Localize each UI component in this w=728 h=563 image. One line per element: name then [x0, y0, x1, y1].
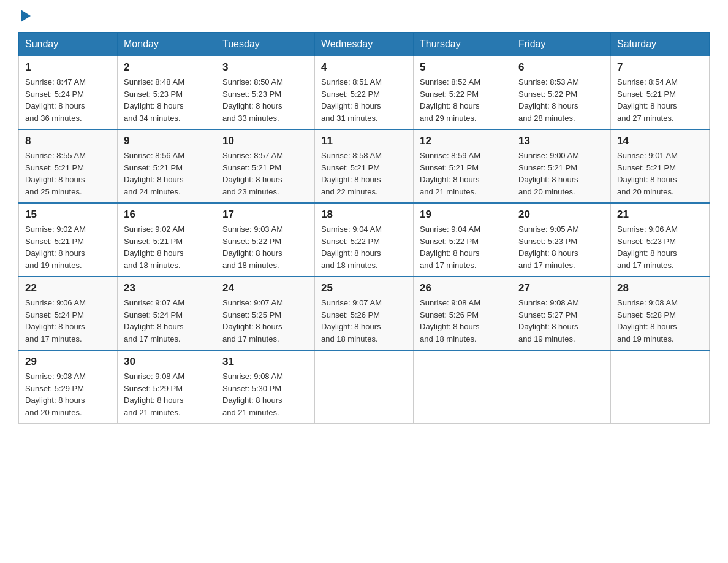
calendar-week-row: 1Sunrise: 8:47 AMSunset: 5:24 PMDaylight… [19, 56, 710, 130]
day-info: Sunrise: 9:02 AMSunset: 5:21 PMDaylight:… [124, 223, 210, 271]
day-number: 5 [420, 61, 506, 74]
calendar-day-cell: 13Sunrise: 9:00 AMSunset: 5:21 PMDayligh… [512, 129, 611, 203]
day-number: 9 [124, 135, 210, 147]
day-info: Sunrise: 9:07 AMSunset: 5:26 PMDaylight:… [321, 297, 407, 345]
day-number: 10 [222, 135, 308, 147]
day-number: 23 [124, 282, 210, 294]
calendar-day-cell: 4Sunrise: 8:51 AMSunset: 5:22 PMDaylight… [315, 56, 414, 130]
day-number: 2 [124, 61, 210, 74]
calendar-day-header: Monday [118, 33, 216, 56]
day-number: 20 [518, 209, 604, 221]
page-header [18, 12, 710, 20]
day-info: Sunrise: 8:53 AMSunset: 5:22 PMDaylight:… [518, 76, 604, 124]
calendar-day-header: Wednesday [315, 33, 414, 56]
day-number: 6 [518, 61, 604, 74]
calendar-day-header: Thursday [414, 33, 512, 56]
day-number: 14 [617, 135, 703, 147]
day-number: 21 [617, 209, 703, 221]
calendar-day-cell: 23Sunrise: 9:07 AMSunset: 5:24 PMDayligh… [118, 277, 216, 350]
day-info: Sunrise: 9:01 AMSunset: 5:21 PMDaylight:… [617, 150, 703, 197]
day-number: 29 [25, 356, 111, 368]
day-number: 31 [222, 356, 308, 368]
calendar-day-cell: 20Sunrise: 9:05 AMSunset: 5:23 PMDayligh… [512, 203, 611, 277]
calendar-day-cell: 17Sunrise: 9:03 AMSunset: 5:22 PMDayligh… [216, 203, 315, 277]
calendar-table: SundayMondayTuesdayWednesdayThursdayFrid… [18, 32, 710, 424]
calendar-day-cell [512, 350, 611, 424]
day-info: Sunrise: 9:03 AMSunset: 5:22 PMDaylight:… [222, 223, 308, 271]
calendar-day-cell: 25Sunrise: 9:07 AMSunset: 5:26 PMDayligh… [315, 277, 414, 350]
day-number: 16 [124, 209, 210, 221]
day-number: 18 [321, 209, 407, 221]
day-info: Sunrise: 9:07 AMSunset: 5:25 PMDaylight:… [222, 297, 308, 345]
calendar-day-cell: 22Sunrise: 9:06 AMSunset: 5:24 PMDayligh… [19, 277, 118, 350]
day-info: Sunrise: 9:07 AMSunset: 5:24 PMDaylight:… [124, 297, 210, 345]
day-number: 30 [124, 356, 210, 368]
calendar-day-cell: 11Sunrise: 8:58 AMSunset: 5:21 PMDayligh… [315, 129, 414, 203]
day-info: Sunrise: 8:54 AMSunset: 5:21 PMDaylight:… [617, 76, 703, 124]
day-number: 27 [518, 282, 604, 294]
day-info: Sunrise: 9:06 AMSunset: 5:24 PMDaylight:… [25, 297, 111, 345]
calendar-day-cell: 30Sunrise: 9:08 AMSunset: 5:29 PMDayligh… [118, 350, 216, 424]
day-info: Sunrise: 8:57 AMSunset: 5:21 PMDaylight:… [222, 150, 308, 197]
day-number: 7 [617, 61, 703, 74]
calendar-day-cell: 9Sunrise: 8:56 AMSunset: 5:21 PMDaylight… [118, 129, 216, 203]
calendar-day-cell: 24Sunrise: 9:07 AMSunset: 5:25 PMDayligh… [216, 277, 315, 350]
day-number: 3 [222, 61, 308, 74]
day-info: Sunrise: 9:08 AMSunset: 5:30 PMDaylight:… [222, 370, 308, 418]
logo [18, 12, 31, 20]
calendar-day-cell: 19Sunrise: 9:04 AMSunset: 5:22 PMDayligh… [414, 203, 512, 277]
calendar-day-cell: 7Sunrise: 8:54 AMSunset: 5:21 PMDaylight… [611, 56, 710, 130]
calendar-day-header: Friday [512, 33, 611, 56]
logo-triangle-icon [21, 10, 31, 22]
day-info: Sunrise: 8:50 AMSunset: 5:23 PMDaylight:… [222, 76, 308, 124]
day-number: 26 [420, 282, 506, 294]
day-number: 28 [617, 282, 703, 294]
day-info: Sunrise: 8:58 AMSunset: 5:21 PMDaylight:… [321, 150, 407, 197]
calendar-day-cell: 14Sunrise: 9:01 AMSunset: 5:21 PMDayligh… [611, 129, 710, 203]
day-number: 24 [222, 282, 308, 294]
day-info: Sunrise: 8:51 AMSunset: 5:22 PMDaylight:… [321, 76, 407, 124]
day-number: 13 [518, 135, 604, 147]
day-number: 15 [25, 209, 111, 221]
day-number: 12 [420, 135, 506, 147]
day-info: Sunrise: 9:00 AMSunset: 5:21 PMDaylight:… [518, 150, 604, 197]
calendar-week-row: 29Sunrise: 9:08 AMSunset: 5:29 PMDayligh… [19, 350, 710, 424]
calendar-header-row: SundayMondayTuesdayWednesdayThursdayFrid… [19, 33, 710, 56]
calendar-day-cell: 29Sunrise: 9:08 AMSunset: 5:29 PMDayligh… [19, 350, 118, 424]
day-info: Sunrise: 8:55 AMSunset: 5:21 PMDaylight:… [25, 150, 111, 197]
day-info: Sunrise: 9:05 AMSunset: 5:23 PMDaylight:… [518, 223, 604, 271]
calendar-week-row: 15Sunrise: 9:02 AMSunset: 5:21 PMDayligh… [19, 203, 710, 277]
day-info: Sunrise: 9:08 AMSunset: 5:26 PMDaylight:… [420, 297, 506, 345]
day-info: Sunrise: 8:48 AMSunset: 5:23 PMDaylight:… [124, 76, 210, 124]
calendar-day-cell: 12Sunrise: 8:59 AMSunset: 5:21 PMDayligh… [414, 129, 512, 203]
day-info: Sunrise: 8:52 AMSunset: 5:22 PMDaylight:… [420, 76, 506, 124]
day-number: 22 [25, 282, 111, 294]
calendar-week-row: 22Sunrise: 9:06 AMSunset: 5:24 PMDayligh… [19, 277, 710, 350]
calendar-day-cell: 10Sunrise: 8:57 AMSunset: 5:21 PMDayligh… [216, 129, 315, 203]
calendar-day-cell [315, 350, 414, 424]
calendar-day-header: Sunday [19, 33, 118, 56]
day-info: Sunrise: 9:04 AMSunset: 5:22 PMDaylight:… [321, 223, 407, 271]
day-info: Sunrise: 9:08 AMSunset: 5:29 PMDaylight:… [124, 370, 210, 418]
day-info: Sunrise: 9:08 AMSunset: 5:28 PMDaylight:… [617, 297, 703, 345]
day-number: 25 [321, 282, 407, 294]
day-info: Sunrise: 8:59 AMSunset: 5:21 PMDaylight:… [420, 150, 506, 197]
day-info: Sunrise: 9:02 AMSunset: 5:21 PMDaylight:… [25, 223, 111, 271]
calendar-day-header: Tuesday [216, 33, 315, 56]
calendar-day-cell: 21Sunrise: 9:06 AMSunset: 5:23 PMDayligh… [611, 203, 710, 277]
day-number: 8 [25, 135, 111, 147]
day-number: 11 [321, 135, 407, 147]
day-info: Sunrise: 9:06 AMSunset: 5:23 PMDaylight:… [617, 223, 703, 271]
calendar-day-cell: 2Sunrise: 8:48 AMSunset: 5:23 PMDaylight… [118, 56, 216, 130]
day-info: Sunrise: 8:56 AMSunset: 5:21 PMDaylight:… [124, 150, 210, 197]
day-number: 19 [420, 209, 506, 221]
calendar-day-cell: 5Sunrise: 8:52 AMSunset: 5:22 PMDaylight… [414, 56, 512, 130]
day-info: Sunrise: 8:47 AMSunset: 5:24 PMDaylight:… [25, 76, 111, 124]
calendar-day-cell: 18Sunrise: 9:04 AMSunset: 5:22 PMDayligh… [315, 203, 414, 277]
day-number: 4 [321, 61, 407, 74]
calendar-day-cell: 26Sunrise: 9:08 AMSunset: 5:26 PMDayligh… [414, 277, 512, 350]
day-info: Sunrise: 9:08 AMSunset: 5:27 PMDaylight:… [518, 297, 604, 345]
calendar-day-cell [611, 350, 710, 424]
calendar-week-row: 8Sunrise: 8:55 AMSunset: 5:21 PMDaylight… [19, 129, 710, 203]
day-number: 1 [25, 61, 111, 74]
